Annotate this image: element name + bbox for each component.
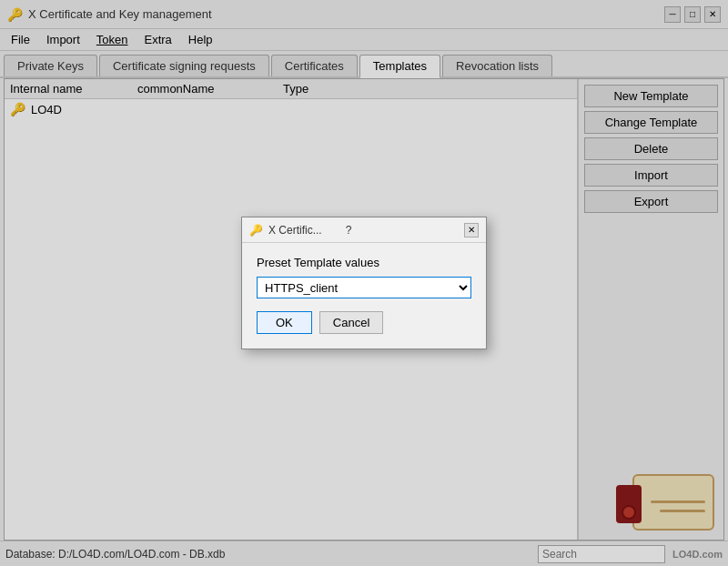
preset-select[interactable]: HTTPS_client HTTPS_server CA [257, 277, 471, 298]
dialog-overlay: 🔑 X Certific... ? ✕ Preset Template valu… [0, 0, 728, 566]
cancel-button[interactable]: Cancel [319, 311, 383, 334]
ok-button[interactable]: OK [257, 311, 312, 334]
dialog-label: Preset Template values [257, 256, 471, 269]
dialog-title-bar: 🔑 X Certific... ? ✕ [242, 217, 486, 243]
preset-dialog: 🔑 X Certific... ? ✕ Preset Template valu… [241, 217, 487, 349]
dialog-title: X Certific... [268, 224, 322, 237]
dialog-question: ? [346, 224, 352, 237]
dialog-body: Preset Template values HTTPS_client HTTP… [242, 243, 486, 349]
dialog-buttons: OK Cancel [257, 311, 471, 334]
dialog-close-button[interactable]: ✕ [464, 223, 479, 238]
dialog-icon: 🔑 [249, 224, 263, 237]
